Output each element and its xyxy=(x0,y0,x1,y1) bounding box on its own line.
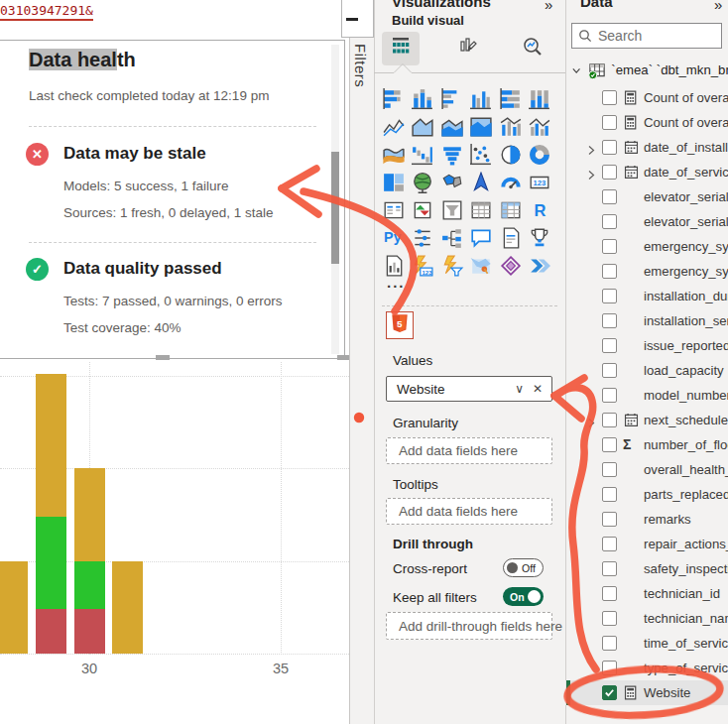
field-row-technician-name[interactable]: technician_name xyxy=(565,606,728,631)
field-checkbox[interactable] xyxy=(602,437,617,452)
field-checkbox[interactable] xyxy=(602,537,617,551)
field-checkbox[interactable] xyxy=(602,685,617,700)
field-row-elevator-serial[interactable]: elevator_serial_.. xyxy=(565,209,728,234)
bar-segment-middle-green[interactable] xyxy=(36,517,66,610)
cross-report-toggle[interactable]: Off xyxy=(503,558,544,577)
field-checkbox[interactable] xyxy=(602,189,617,204)
field-row-model-number[interactable]: model_number xyxy=(565,383,728,408)
field-checkbox[interactable] xyxy=(602,512,617,527)
search-box[interactable] xyxy=(571,23,722,49)
visual-icon-metrics[interactable] xyxy=(528,227,551,249)
field-row-date-of-installa[interactable]: date_of_installa.. xyxy=(565,135,728,160)
filters-collapse-button[interactable] xyxy=(341,0,374,38)
visual-icon-azure-map[interactable] xyxy=(469,172,493,193)
bar-segment-top-gold[interactable] xyxy=(74,468,105,561)
visual-icon-line-chart[interactable] xyxy=(382,116,406,138)
granularity-field-well[interactable]: Add data fields here xyxy=(386,437,552,464)
field-checkbox[interactable] xyxy=(602,289,617,303)
visual-icon-decomposition-tree[interactable] xyxy=(440,227,464,249)
field-row-count-of-overal[interactable]: Count of overal.. xyxy=(565,110,728,135)
visual-icon-clustered-column-chart[interactable] xyxy=(469,88,493,110)
field-checkbox[interactable] xyxy=(602,586,617,601)
visual-icon-r-script-visual[interactable]: R xyxy=(528,199,551,221)
field-checkbox[interactable] xyxy=(602,90,617,105)
stacked-column-chart-visual[interactable]: 3035 xyxy=(0,362,349,699)
visual-icon-pie-chart[interactable] xyxy=(499,144,523,166)
visual-icon-scatter-chart[interactable] xyxy=(469,144,493,166)
visual-icon-matrix[interactable] xyxy=(499,199,523,221)
visual-icon-line-stacked-column-combo[interactable] xyxy=(499,116,523,138)
visual-icon-100-stacked-area-chart[interactable] xyxy=(469,116,493,138)
visual-icon-100-stacked-bar-chart[interactable] xyxy=(499,88,523,110)
field-row-next-scheduled[interactable]: next_scheduled.. xyxy=(565,408,728,432)
visual-resize-handle[interactable] xyxy=(156,355,170,360)
visual-icon-donut-chart[interactable] xyxy=(528,144,551,166)
visual-icon-stacked-column-chart[interactable] xyxy=(411,88,434,110)
field-checkbox[interactable] xyxy=(602,388,617,403)
field-checkbox[interactable] xyxy=(602,165,617,180)
field-checkbox[interactable] xyxy=(602,661,617,675)
chevron-right-icon[interactable] xyxy=(587,167,595,184)
bar-segment-middle-green[interactable] xyxy=(74,561,105,610)
keep-all-filters-toggle[interactable]: On xyxy=(503,587,544,606)
visual-icon-area-chart[interactable] xyxy=(411,116,434,138)
values-field-pill[interactable]: Website ∨ ✕ xyxy=(386,376,552,402)
visual-icon-gauge[interactable] xyxy=(499,172,523,193)
chevron-right-icon[interactable] xyxy=(587,415,595,432)
field-row-time-of-service[interactable]: time_of_service xyxy=(565,631,728,656)
field-row-type-of-service[interactable]: type_of_service xyxy=(565,656,728,680)
visual-icon-quick-filter[interactable] xyxy=(440,255,464,277)
chevron-down-icon[interactable]: ∨ xyxy=(515,382,524,396)
field-row-remarks[interactable]: remarks xyxy=(565,507,728,532)
visual-icon-stacked-area-chart[interactable] xyxy=(440,116,464,138)
visual-icon-quick-measure-123[interactable]: 123 xyxy=(411,255,434,277)
field-row-technician-id[interactable]: technician_id xyxy=(565,581,728,606)
visual-icon-clustered-bar-chart[interactable] xyxy=(440,88,464,110)
visual-icon-filled-map[interactable] xyxy=(440,172,464,193)
bar-segment-bottom-red[interactable] xyxy=(36,609,66,654)
field-row-overall-health-c[interactable]: overall_health_c.. xyxy=(565,457,728,482)
tooltips-field-well[interactable]: Add data fields here xyxy=(386,498,552,525)
collapse-pane-icon[interactable]: » xyxy=(714,0,722,13)
tree-root-row[interactable]: `emea` `dbt_mkn_bron.. xyxy=(565,58,728,82)
visual-icon-new-slicer[interactable] xyxy=(411,227,434,249)
visual-icon-slicer[interactable] xyxy=(440,199,464,221)
field-row-parts-replaced[interactable]: parts_replaced xyxy=(565,482,728,507)
visual-icon-table[interactable] xyxy=(469,199,493,221)
field-checkbox[interactable] xyxy=(602,462,617,477)
visual-icon-ribbon-chart[interactable] xyxy=(382,144,406,166)
field-checkbox[interactable] xyxy=(602,338,617,353)
visual-icon-waterfall-chart[interactable] xyxy=(411,144,434,166)
filters-pane-label[interactable]: Filters xyxy=(352,44,369,87)
bar-segment-top-gold[interactable] xyxy=(112,561,143,655)
bar-segment-bottom-red[interactable] xyxy=(74,609,105,654)
visual-icon-treemap[interactable] xyxy=(382,172,406,193)
field-row-count-of-overal[interactable]: Count of overal.. xyxy=(565,85,728,110)
field-row-load-capacity[interactable]: load_capacity xyxy=(565,358,728,383)
visual-icon-power-apps[interactable] xyxy=(499,255,523,277)
field-checkbox[interactable] xyxy=(602,611,617,626)
visual-icon-arcgis-map[interactable] xyxy=(469,255,493,277)
remove-field-icon[interactable]: ✕ xyxy=(533,382,543,396)
bar-segment-top-gold[interactable] xyxy=(0,561,28,655)
field-checkbox[interactable] xyxy=(602,115,617,130)
visual-icon-card[interactable]: 123 xyxy=(528,172,551,193)
bar-segment-top-gold[interactable] xyxy=(36,374,66,517)
field-checkbox[interactable] xyxy=(602,140,617,155)
visual-icon-multi-row-card[interactable] xyxy=(382,199,406,221)
field-checkbox[interactable] xyxy=(602,413,617,427)
drill-through-field-well[interactable]: Add drill-through fields here xyxy=(386,612,552,640)
get-more-visuals-button[interactable]: ... xyxy=(387,274,406,291)
visual-icon-funnel-chart[interactable] xyxy=(440,144,464,166)
visual-icon-line-clustered-column-combo[interactable] xyxy=(528,116,551,138)
visual-icon-smart-narrative[interactable] xyxy=(499,227,523,249)
field-row-installation-serv[interactable]: installation_serv.. xyxy=(565,308,728,333)
field-row-installation-dur[interactable]: installation_dur.. xyxy=(565,284,728,308)
field-row-emergency-syst[interactable]: emergency_syst.. xyxy=(565,234,728,259)
field-checkbox[interactable] xyxy=(602,636,617,651)
field-row-issue-reported[interactable]: issue_reported xyxy=(565,333,728,358)
field-checkbox[interactable] xyxy=(602,561,617,576)
visual-icon-kpi[interactable] xyxy=(411,199,434,221)
field-row-number-of-floo[interactable]: Σnumber_of_floo.. xyxy=(565,432,728,457)
field-checkbox[interactable] xyxy=(602,487,617,502)
